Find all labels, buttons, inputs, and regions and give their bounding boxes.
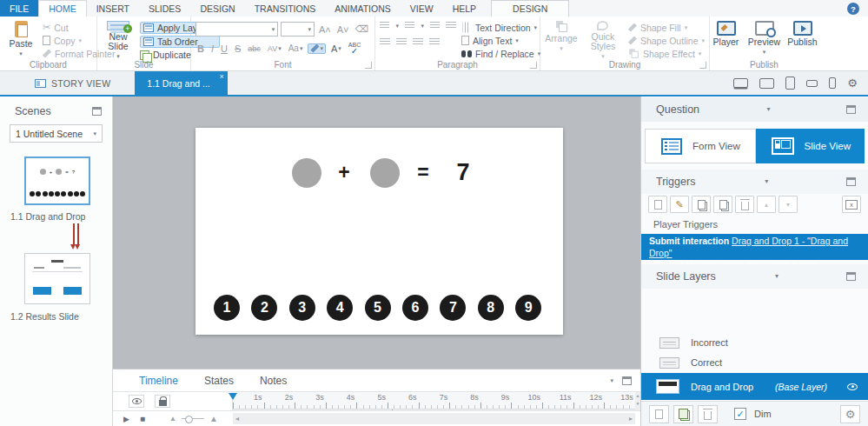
- align-text-button[interactable]: Align Text▾: [461, 35, 540, 46]
- playhead-icon[interactable]: [229, 393, 237, 400]
- preview-button[interactable]: Preview ▾: [748, 20, 781, 59]
- move-trigger-down-button[interactable]: ▼: [779, 196, 798, 213]
- timeline-menu-caret-icon[interactable]: ▾: [610, 377, 613, 383]
- submit-interaction-trigger[interactable]: Submit interaction Drag and Drop 1 - "Dr…: [641, 234, 868, 260]
- show-hide-column-button[interactable]: [129, 395, 144, 408]
- tab-design-contextual[interactable]: DESIGN: [491, 0, 569, 17]
- slide-thumbnail-2[interactable]: [24, 253, 90, 304]
- laptop-preview-icon[interactable]: [733, 78, 748, 88]
- clear-formatting-button[interactable]: ⌫: [353, 23, 370, 35]
- align-right-icon[interactable]: [413, 38, 423, 46]
- arrange-button[interactable]: Arrange ▾: [545, 20, 578, 59]
- slide-layers-collapse-icon[interactable]: [846, 272, 856, 281]
- edit-trigger-button[interactable]: ✎: [670, 196, 689, 213]
- copy-trigger-button[interactable]: [692, 196, 711, 213]
- zoom-slider[interactable]: [182, 418, 204, 419]
- tab-animations[interactable]: ANIMATIONS: [325, 0, 401, 17]
- number-circle-6[interactable]: 6: [402, 295, 428, 321]
- number-circle-7[interactable]: 7: [440, 295, 466, 321]
- layer-visibility-eye-icon[interactable]: [847, 383, 858, 390]
- story-view-tab[interactable]: STORY VIEW: [23, 71, 123, 95]
- triggers-collapse-icon[interactable]: [846, 177, 856, 186]
- shape-effect-button[interactable]: Shape Effect▾: [628, 48, 705, 59]
- quick-styles-button[interactable]: Quick Styles ▾: [583, 20, 623, 59]
- player-settings-gear-icon[interactable]: ⚙: [847, 77, 858, 89]
- triggers-menu-caret-icon[interactable]: ▾: [765, 178, 768, 185]
- indent-more-icon[interactable]: [430, 22, 440, 30]
- find-replace-button[interactable]: Find / Replace▾: [461, 48, 540, 59]
- layer-row-base[interactable]: Drag and Drop (Base Layer): [641, 373, 868, 400]
- move-trigger-up-button[interactable]: ▲: [757, 196, 776, 213]
- number-circle-5[interactable]: 5: [365, 295, 391, 321]
- scene-selector-dropdown[interactable]: 1 Untitled Scene ▾: [10, 124, 103, 143]
- tab-file[interactable]: FILE: [0, 0, 38, 17]
- delete-trigger-button[interactable]: [735, 196, 754, 213]
- slide-tab-active[interactable]: 1.1 Drag and ... ×: [135, 71, 227, 95]
- new-trigger-button[interactable]: [648, 196, 667, 213]
- manage-variables-button[interactable]: x: [842, 196, 861, 213]
- indent-less-icon[interactable]: [446, 22, 455, 30]
- duplicate-layer-button[interactable]: [673, 405, 693, 423]
- dim-checkbox[interactable]: ✓: [734, 408, 746, 420]
- italic-button[interactable]: I: [209, 43, 215, 54]
- play-button[interactable]: ▶: [123, 415, 129, 423]
- stop-button[interactable]: ■: [140, 414, 145, 423]
- tab-design[interactable]: DESIGN: [190, 0, 244, 17]
- drop-target-circle-2[interactable]: [370, 158, 400, 188]
- form-view-button[interactable]: Form View: [645, 129, 756, 163]
- tab-insert[interactable]: INSERT: [87, 0, 139, 17]
- number-circle-8[interactable]: 8: [478, 295, 504, 321]
- layer-row-correct[interactable]: Correct: [641, 353, 868, 372]
- player-button[interactable]: Player: [710, 20, 743, 59]
- notes-tab[interactable]: Notes: [260, 375, 287, 387]
- paragraph-dialog-launcher-icon[interactable]: [530, 62, 537, 69]
- timeline-tab[interactable]: Timeline: [139, 375, 178, 387]
- paste-button[interactable]: Paste ▾: [4, 20, 37, 59]
- new-slide-button[interactable]: New Slide ▾: [102, 20, 135, 59]
- lock-column-button[interactable]: [155, 395, 170, 408]
- tab-help[interactable]: HELP: [443, 0, 486, 17]
- states-tab[interactable]: States: [204, 375, 234, 387]
- bullets-icon[interactable]: [380, 22, 389, 30]
- font-size-combobox[interactable]: ▾: [281, 22, 315, 37]
- tab-home[interactable]: HOME: [38, 0, 87, 17]
- align-left-icon[interactable]: [380, 38, 390, 46]
- highlight-color-button[interactable]: ▾: [308, 43, 326, 54]
- zoom-out-icon[interactable]: ▲: [169, 415, 176, 423]
- small-caps-button[interactable]: abc: [246, 44, 262, 53]
- collapse-panel-icon[interactable]: [92, 107, 102, 116]
- zoom-in-icon[interactable]: ▲: [209, 414, 218, 423]
- text-direction-button[interactable]: Text Direction▾: [461, 22, 540, 33]
- layer-properties-gear-icon[interactable]: ⚙: [840, 405, 860, 423]
- underline-button[interactable]: U: [219, 43, 229, 54]
- new-layer-button[interactable]: [649, 405, 669, 423]
- timeline-horizontal-scrollbar[interactable]: ◂▸: [233, 413, 635, 424]
- tablet-portrait-icon[interactable]: [785, 77, 795, 90]
- question-collapse-icon[interactable]: [846, 105, 856, 114]
- shrink-font-button[interactable]: A˅: [335, 24, 351, 35]
- publish-button[interactable]: Publish: [786, 20, 819, 59]
- slide-thumbnail-1[interactable]: +=?: [24, 156, 90, 205]
- slide-layers-menu-caret-icon[interactable]: ▾: [775, 273, 779, 280]
- font-name-combobox[interactable]: ▾: [195, 22, 278, 37]
- question-menu-caret-icon[interactable]: ▾: [767, 106, 771, 113]
- spell-check-button[interactable]: ABC✓: [347, 43, 362, 54]
- numbering-icon[interactable]: [405, 22, 414, 30]
- slide-stage[interactable]: + = 7 1 2 3 4 5 6 7 8 9: [195, 128, 563, 335]
- number-circle-2[interactable]: 2: [251, 295, 277, 321]
- font-dialog-launcher-icon[interactable]: [365, 62, 372, 69]
- phone-portrait-icon[interactable]: [829, 77, 836, 89]
- tablet-landscape-icon[interactable]: [759, 78, 774, 89]
- align-center-icon[interactable]: [396, 38, 407, 46]
- font-color-button[interactable]: A▾: [329, 43, 343, 54]
- number-circle-1[interactable]: 1: [214, 295, 240, 321]
- shape-fill-button[interactable]: Shape Fill▾: [628, 22, 705, 33]
- justify-icon[interactable]: [429, 38, 440, 46]
- paste-trigger-button[interactable]: [713, 196, 732, 213]
- bold-button[interactable]: B: [195, 43, 206, 54]
- timeline-collapse-icon[interactable]: [622, 376, 632, 385]
- strikethrough-button[interactable]: S: [233, 43, 242, 54]
- layer-row-incorrect[interactable]: Incorrect: [641, 333, 868, 352]
- delete-layer-button[interactable]: [698, 405, 718, 423]
- grow-font-button[interactable]: A˄: [317, 24, 333, 35]
